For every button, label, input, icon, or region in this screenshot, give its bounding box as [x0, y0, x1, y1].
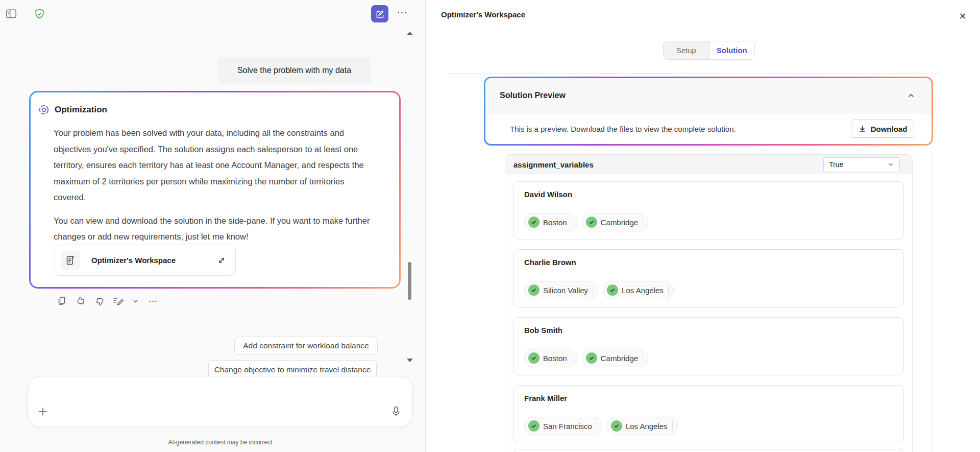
- territory-tag[interactable]: Boston: [524, 349, 577, 367]
- expand-icon: [217, 256, 226, 265]
- divider: [643, 218, 643, 227]
- divider: [668, 286, 669, 295]
- tab-solution[interactable]: Solution: [709, 41, 755, 59]
- user-message-bubble: Solve the problem with my data: [217, 57, 371, 84]
- territory-tag[interactable]: Los Angeles: [603, 281, 674, 299]
- check-circle-icon: [586, 217, 597, 228]
- person-name: Frank Miller: [524, 394, 567, 402]
- value-filter-dropdown[interactable]: True: [823, 157, 900, 172]
- optimization-agent-icon: [38, 104, 50, 116]
- scrollbar-thumb[interactable]: [408, 262, 411, 300]
- assignment-row-partial: [513, 449, 904, 452]
- chat-pane: ⋯ Solve the problem with my data Optimiz…: [0, 0, 425, 452]
- territory-tag[interactable]: Cambridge: [582, 213, 648, 231]
- variable-name-label: assignment_variables: [513, 160, 823, 169]
- protected-status-button[interactable]: [33, 7, 46, 20]
- chat-more-options-button[interactable]: ⋯: [394, 4, 410, 20]
- divider: [572, 218, 572, 227]
- territory-label: Boston: [543, 354, 567, 363]
- assignment-row: Bob Smith Boston Cambridge: [513, 317, 904, 375]
- rewrite-button[interactable]: [113, 295, 124, 307]
- check-circle-icon: [528, 284, 540, 296]
- divider: [597, 421, 597, 431]
- territory-tag[interactable]: San Francisco: [524, 417, 602, 435]
- app-window: ⋯ Solve the problem with my data Optimiz…: [0, 0, 980, 452]
- assignment-row: Charlie Brown Silicon Valley Los Angeles: [513, 249, 904, 307]
- new-chat-button[interactable]: [371, 5, 388, 22]
- assistant-paragraph: You can view and download the solution i…: [54, 213, 375, 245]
- download-label: Download: [871, 125, 908, 133]
- person-name: David Wilson: [524, 190, 572, 199]
- territory-label: Los Angeles: [626, 422, 668, 431]
- assignment-row: David Wilson Boston Cambridge: [513, 181, 904, 240]
- chevron-up-icon: [906, 91, 916, 100]
- plus-icon: [36, 405, 50, 418]
- panel-scrollbar-track[interactable]: [931, 150, 932, 452]
- assistant-message-title: Optimization: [55, 105, 107, 115]
- assistant-message-card: Optimization Your problem has been solve…: [29, 91, 401, 289]
- add-attachment-button[interactable]: [34, 403, 52, 420]
- territory-label: Cambridge: [601, 218, 638, 227]
- divider: [572, 353, 572, 363]
- thumbs-down-icon: [94, 296, 105, 306]
- workspace-attachment-card[interactable]: Optimizer's Workspace: [55, 245, 236, 276]
- assignment-row: Frank Miller San Francisco Los Angeles: [513, 385, 904, 443]
- document-sparkle-icon: [61, 251, 80, 270]
- chevron-down-icon: [887, 161, 894, 168]
- pen-lines-icon: [112, 295, 125, 306]
- compose-icon: [375, 9, 385, 19]
- assignment-variables-section: assignment_variables True David Wilson: [505, 154, 913, 452]
- check-circle-icon: [586, 352, 597, 364]
- check-circle-icon: [611, 420, 622, 432]
- divider: [448, 73, 941, 74]
- sidebar-toggle-button[interactable]: [5, 7, 18, 20]
- rewrite-dropdown-button[interactable]: [132, 295, 139, 307]
- download-button[interactable]: Download: [851, 120, 914, 138]
- territory-tag[interactable]: Silicon Valley: [524, 281, 598, 299]
- territory-label: Boston: [543, 218, 567, 227]
- chevron-down-icon: [132, 298, 139, 304]
- workspace-attachment-label: Optimizer's Workspace: [91, 256, 217, 265]
- ai-disclaimer: AI-generated content may be incorrect: [28, 439, 413, 446]
- assignment-variables-header: assignment_variables True: [505, 155, 912, 174]
- solution-preview-title: Solution Preview: [500, 91, 904, 100]
- territory-tag[interactable]: Los Angeles: [607, 417, 678, 435]
- check-circle-icon: [528, 420, 540, 432]
- thumbs-up-button[interactable]: [75, 295, 86, 307]
- suggestion-chip[interactable]: Add constraint for workload balance: [234, 337, 378, 354]
- territory-tag[interactable]: Cambridge: [582, 349, 648, 367]
- territory-label: Los Angeles: [622, 286, 664, 295]
- download-icon: [858, 125, 867, 133]
- microphone-icon: [390, 406, 402, 418]
- solution-preview-section: Solution Preview This is a preview. Down…: [484, 77, 933, 146]
- preview-note: This is a preview. Download the files to…: [510, 125, 851, 133]
- message-actions-toolbar: ⋯: [56, 295, 160, 307]
- panel-title: Optimizer's Workspace: [441, 10, 525, 19]
- territory-tag[interactable]: Boston: [524, 213, 577, 231]
- chat-input[interactable]: [28, 376, 413, 427]
- person-name: Bob Smith: [524, 326, 562, 335]
- divider: [593, 286, 593, 295]
- scrollbar-up-arrow[interactable]: [407, 32, 413, 35]
- thumbs-up-icon: [76, 296, 86, 306]
- workspace-panel: Optimizer's Workspace ✕ Setup Solution S…: [425, 0, 980, 452]
- message-more-button[interactable]: ⋯: [146, 295, 160, 307]
- copy-button[interactable]: [56, 295, 67, 307]
- person-name: Charlie Brown: [524, 258, 576, 267]
- shield-check-icon: [33, 8, 46, 20]
- dropdown-selected-value: True: [829, 160, 887, 169]
- collapse-section-button[interactable]: [904, 88, 918, 103]
- divider: [643, 353, 643, 363]
- thumbs-down-button[interactable]: [94, 295, 105, 307]
- setup-solution-tabs: Setup Solution: [663, 41, 755, 60]
- check-circle-icon: [607, 284, 618, 296]
- check-circle-icon: [528, 217, 540, 228]
- tab-setup[interactable]: Setup: [664, 41, 709, 59]
- close-panel-button[interactable]: ✕: [954, 8, 971, 25]
- divider: [672, 421, 673, 431]
- territory-label: Cambridge: [601, 354, 638, 363]
- microphone-button[interactable]: [388, 403, 404, 420]
- territory-label: Silicon Valley: [543, 286, 588, 295]
- scrollbar-down-arrow[interactable]: [407, 359, 413, 362]
- territory-label: San Francisco: [543, 422, 592, 431]
